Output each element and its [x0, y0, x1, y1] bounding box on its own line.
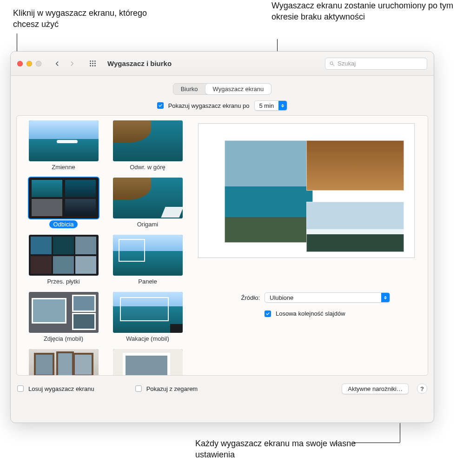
- bottom-bar: Losuj wygaszacz ekranu Pokazuj z zegarem…: [11, 380, 434, 397]
- screensaver-label: Odbicia: [49, 220, 77, 228]
- screensaver-label: Przes. płytki: [43, 278, 83, 285]
- hot-corners-button[interactable]: Aktywne narożniki…: [342, 383, 409, 394]
- svg-point-6: [90, 65, 91, 66]
- screensaver-thumbnail: [29, 178, 99, 218]
- show-screensaver-label: Pokazuj wygaszacz ekranu po: [168, 102, 250, 109]
- tab-screensaver[interactable]: Wygaszacz ekranu: [205, 84, 271, 94]
- tab-desktop[interactable]: Biurko: [173, 84, 205, 94]
- screensaver-item[interactable]: Panele: [110, 235, 185, 285]
- random-screensaver-label: Losuj wygaszacz ekranu: [28, 385, 94, 392]
- screensaver-item[interactable]: Zdjęcia (mobil): [26, 292, 101, 343]
- search-icon: [329, 61, 335, 66]
- preferences-window: Wygaszacz i biurko Szukaj Biurko Wygasza…: [10, 51, 434, 423]
- screensaver-thumbnail: [29, 235, 99, 276]
- svg-point-5: [94, 63, 96, 64]
- chevron-updown-icon: [278, 101, 287, 110]
- back-button[interactable]: [51, 58, 64, 69]
- screensaver-thumbnail: [113, 349, 183, 375]
- screensaver-options: Źródło: Ulubione Losowa kolejność slajdó…: [198, 292, 415, 317]
- screensaver-list[interactable]: Zmienne Odwr. w górę: [21, 116, 190, 375]
- screensaver-label: Panele: [134, 278, 160, 285]
- show-after-value: 5 min: [259, 102, 279, 109]
- screensaver-item[interactable]: Odwr. w górę: [110, 120, 185, 171]
- screensaver-item[interactable]: Wakacje (mobil): [110, 292, 185, 343]
- show-after-popup[interactable]: 5 min: [254, 100, 288, 111]
- svg-point-9: [330, 62, 333, 65]
- svg-point-8: [94, 65, 96, 66]
- shuffle-label: Losowa kolejność slajdów: [276, 310, 345, 317]
- help-button[interactable]: ?: [417, 383, 427, 394]
- screensaver-label: Wakacje (mobil): [122, 335, 173, 343]
- show-all-icon[interactable]: [86, 58, 99, 69]
- checkbox-empty-icon: [135, 385, 142, 392]
- tab-bar: Biurko Wygaszacz ekranu: [11, 76, 434, 99]
- zoom-window-button[interactable]: [36, 61, 41, 66]
- screensaver-label: Zmienne: [48, 163, 79, 171]
- screensaver-label: Zdjęcia (mobil): [40, 335, 87, 343]
- svg-point-7: [92, 65, 93, 66]
- minimize-window-button[interactable]: [26, 61, 32, 66]
- window-title: Wygaszacz i biurko: [107, 60, 172, 67]
- callout-top-left: Kliknij w wygaszacz ekranu, którego chce…: [13, 7, 162, 30]
- screensaver-item[interactable]: Odbicia: [26, 178, 101, 228]
- shuffle-checkbox[interactable]: Losowa kolejność slajdów: [265, 310, 345, 317]
- screensaver-thumbnail: [29, 292, 99, 333]
- screensaver-thumbnail: [113, 292, 183, 333]
- screensaver-thumbnail: [113, 178, 183, 218]
- svg-line-10: [333, 64, 334, 66]
- callout-line: [353, 443, 400, 443]
- screensaver-item[interactable]: Stare zdjęcia: [110, 349, 185, 375]
- screensaver-thumbnail: [113, 120, 183, 161]
- show-screensaver-row: Pokazuj wygaszacz ekranu po 5 min: [11, 100, 434, 111]
- svg-point-1: [92, 60, 93, 62]
- show-clock-checkbox[interactable]: Pokazuj z zegarem: [135, 385, 198, 392]
- callout-bottom: Każdy wygaszacz ekranu ma swoje własne u…: [195, 438, 391, 461]
- svg-point-0: [90, 60, 91, 62]
- close-window-button[interactable]: [17, 61, 23, 66]
- forward-button[interactable]: [66, 58, 79, 69]
- screensaver-item[interactable]: Origami: [110, 178, 185, 228]
- checkbox-empty-icon: [17, 385, 24, 392]
- callout-top-right: Wygaszacz ekranu zostanie uruchomiony po…: [271, 0, 457, 23]
- source-value: Ulubione: [270, 294, 298, 301]
- chevron-updown-icon: [381, 293, 390, 302]
- screensaver-thumbnail: [113, 235, 183, 276]
- screensaver-item[interactable]: Przes. płytki: [26, 235, 101, 285]
- search-placeholder: Szukaj: [338, 60, 356, 67]
- show-screensaver-checkbox[interactable]: Pokazuj wygaszacz ekranu po: [157, 102, 250, 109]
- screensaver-thumbnail: [29, 349, 99, 375]
- screensaver-item[interactable]: Zmienne: [26, 120, 101, 171]
- checkmark-icon: [157, 102, 164, 109]
- traffic-lights: [17, 61, 41, 66]
- screensaver-thumbnail: [29, 120, 99, 161]
- search-input[interactable]: Szukaj: [325, 58, 427, 70]
- window-toolbar: Wygaszacz i biurko Szukaj: [11, 52, 434, 76]
- screensaver-label: Origami: [133, 220, 162, 228]
- svg-point-2: [94, 60, 96, 62]
- source-label: Źródło:: [220, 294, 260, 301]
- svg-point-3: [90, 63, 91, 64]
- show-clock-label: Pokazuj z zegarem: [146, 385, 198, 392]
- svg-point-4: [92, 63, 93, 64]
- source-popup[interactable]: Ulubione: [265, 292, 390, 303]
- random-screensaver-checkbox[interactable]: Losuj wygaszacz ekranu: [17, 385, 94, 392]
- preview-pane: Źródło: Ulubione Losowa kolejność slajdó…: [190, 116, 423, 375]
- checkmark-icon: [265, 311, 271, 317]
- screensaver-item[interactable]: Wystawa zdjęć: [26, 349, 101, 375]
- preview-image: [198, 123, 415, 258]
- screensaver-label: Odwr. w górę: [126, 163, 169, 171]
